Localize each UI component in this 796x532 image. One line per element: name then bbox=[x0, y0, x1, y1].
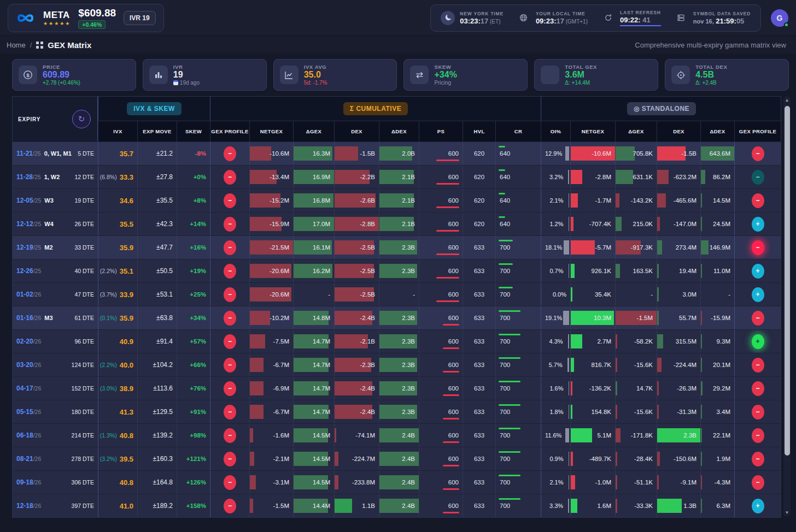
column-header--gex[interactable]: ΔGEX bbox=[293, 121, 334, 141]
gex-profile-indicator-minus[interactable]: − bbox=[224, 146, 236, 161]
gex-profile-indicator-minus[interactable]: − bbox=[752, 170, 764, 185]
gex-profile-indicator-plus[interactable]: + bbox=[752, 287, 764, 302]
cumulative-netgex-cell: -7.5M bbox=[249, 330, 293, 353]
stat-card-skew[interactable]: SKEW+34%Pricing bbox=[403, 59, 528, 91]
gex-profile-indicator-minus[interactable]: − bbox=[224, 264, 236, 279]
gex-profile-indicator-minus[interactable]: − bbox=[752, 358, 764, 373]
table-row-09-18[interactable]: 09-18/26306 DTE40.8±164.8+126%−-3.1M14.5… bbox=[13, 470, 781, 494]
cell-value: -171.8K bbox=[631, 432, 657, 439]
scroll-up-arrow[interactable]: ▲ bbox=[783, 98, 791, 103]
ivx-value: 40.9 bbox=[120, 338, 133, 346]
open-interest-bar bbox=[569, 475, 570, 489]
gex-profile-indicator-plus[interactable]: + bbox=[752, 217, 764, 232]
standalone-gex-profile-cell: − bbox=[734, 471, 781, 494]
column-header--dex[interactable]: ΔDEX bbox=[700, 121, 734, 141]
column-header-cr[interactable]: CR bbox=[495, 121, 541, 141]
stat-card-total-dex[interactable]: TOTAL DEX4.5BΔ: +2.4B bbox=[665, 59, 789, 91]
column-header-exp-move[interactable]: EXP MOVE bbox=[137, 121, 177, 141]
ivx-percentile: (3.2%) bbox=[100, 456, 117, 462]
gex-profile-indicator-minus[interactable]: − bbox=[752, 475, 764, 490]
group-cumulative[interactable]: Σ CUMULATIVE bbox=[210, 97, 541, 121]
ivx-value: 41.3 bbox=[120, 408, 133, 416]
gex-profile-indicator-minus[interactable]: − bbox=[224, 311, 236, 326]
column-header-netgex[interactable]: NETGEX bbox=[570, 121, 615, 141]
bar-negative bbox=[250, 381, 264, 395]
stat-card-total-gex[interactable]: TOTAL GEX3.6MΔ: +14.4M bbox=[534, 59, 658, 91]
scroll-down-arrow[interactable]: ▼ bbox=[783, 510, 791, 515]
column-header-hvl[interactable]: HVL bbox=[463, 121, 495, 141]
table-row-11-21[interactable]: 11-21/250, W1, M15 DTE35.7±21.2-8%−-10.6… bbox=[13, 141, 781, 165]
gex-profile-indicator-minus[interactable]: − bbox=[224, 381, 236, 396]
bar-negative bbox=[616, 358, 617, 372]
gex-profile-indicator-plus[interactable]: + bbox=[752, 264, 764, 279]
table-row-01-02[interactable]: 01-02/2647 DTE(3.7%)33.9±53.1+25%−-20.6M… bbox=[13, 282, 781, 306]
gex-profile-indicator-minus[interactable]: − bbox=[224, 499, 236, 513]
gex-profile-indicator-minus[interactable]: − bbox=[752, 452, 764, 466]
column-header-skew[interactable]: SKEW bbox=[177, 121, 210, 141]
gex-profile-indicator-minus[interactable]: − bbox=[224, 452, 236, 466]
table-row-11-28[interactable]: 11-28/251, W212 DTE(6.8%)33.3±27.8+0%−-1… bbox=[13, 165, 781, 188]
gex-profile-indicator-minus[interactable]: − bbox=[224, 193, 236, 208]
expiry-tags: 1, W2 bbox=[44, 174, 60, 180]
table-row-06-18[interactable]: 06-18/26214 DTE(1.3%)40.8±139.2+98%−-1.6… bbox=[13, 423, 781, 447]
gex-profile-indicator-minus[interactable]: − bbox=[224, 475, 236, 490]
cell-value: 2.0B bbox=[402, 150, 419, 157]
column-header-ps[interactable]: PS bbox=[419, 121, 463, 141]
gex-profile-indicator-minus[interactable]: − bbox=[224, 240, 236, 255]
table-row-04-17[interactable]: 04-17/26152 DTE(3.0%)38.9±113.6+76%−-6.9… bbox=[13, 376, 781, 400]
table-row-01-16[interactable]: 01-16/26M361 DTE(0.1%)35.9±63.8+34%−-10.… bbox=[13, 306, 781, 329]
gex-profile-indicator-minus[interactable]: − bbox=[752, 428, 764, 443]
table-row-08-21[interactable]: 08-21/26278 DTE(3.2%)39.5±160.3+121%−-2.… bbox=[13, 447, 781, 470]
table-row-03-20[interactable]: 03-20/26124 DTE(2.2%)40.0±104.2+66%−-6.7… bbox=[13, 353, 781, 376]
group-ivx-skew[interactable]: IVX & SKEW bbox=[98, 97, 210, 121]
clock-strip: NEW YORK TIME03:23:17 (ET)YOUR LOCAL TIM… bbox=[430, 4, 761, 32]
column-header-dex[interactable]: DEX bbox=[334, 121, 379, 141]
sync-refresh-button[interactable]: ↻ bbox=[72, 110, 91, 128]
standalone-dex-cell: 19.4M bbox=[657, 259, 700, 282]
table-row-12-18[interactable]: 12-18/26397 DTE41.0±189.2+158%−-1.5M14.4… bbox=[13, 494, 781, 517]
gex-profile-indicator-minus[interactable]: − bbox=[752, 405, 764, 419]
column-header-oi%[interactable]: OI% bbox=[541, 121, 570, 141]
table-row-12-05[interactable]: 12-05/25W319 DTE34.6±35.5+8%−-15.2M16.8M… bbox=[13, 188, 781, 212]
cumulative-gex-profile-cell: − bbox=[210, 400, 249, 423]
gex-profile-indicator-minus[interactable]: − bbox=[752, 240, 764, 255]
gex-profile-indicator-plus[interactable]: + bbox=[752, 334, 764, 349]
user-avatar[interactable]: G bbox=[771, 9, 788, 27]
gex-profile-indicator-minus[interactable]: − bbox=[224, 287, 236, 302]
gex-profile-indicator-minus[interactable]: − bbox=[224, 428, 236, 443]
gex-profile-indicator-minus[interactable]: − bbox=[224, 405, 236, 419]
symbol-card[interactable]: META ★★★★★ $609.88 +0.46% IVR 19 bbox=[8, 4, 164, 32]
group-standalone[interactable]: ◎ STANDALONE bbox=[541, 97, 782, 121]
gex-profile-indicator-plus[interactable]: + bbox=[752, 499, 764, 513]
gex-profile-indicator-minus[interactable]: − bbox=[224, 217, 236, 232]
stat-card-ivx-avg[interactable]: IVX AVG35.05d: -1.7% bbox=[273, 59, 397, 91]
column-header-gex-profile[interactable]: GEX PROFILE bbox=[210, 121, 249, 141]
cumulative-netgex-cell: -20.6M bbox=[249, 259, 293, 282]
column-header-ivx[interactable]: IVX bbox=[98, 121, 137, 141]
gex-profile-indicator-minus[interactable]: − bbox=[224, 334, 236, 349]
gex-profile-indicator-minus[interactable]: − bbox=[752, 146, 764, 161]
column-header-netgex[interactable]: NETGEX bbox=[249, 121, 293, 141]
column-header--dex[interactable]: ΔDEX bbox=[379, 121, 419, 141]
table-row-12-12[interactable]: 12-12/25W426 DTE35.5±42.3+14%−-15.9M17.0… bbox=[13, 212, 781, 235]
open-interest-bar bbox=[568, 334, 569, 348]
gex-profile-indicator-minus[interactable]: − bbox=[752, 311, 764, 326]
gex-profile-indicator-minus[interactable]: − bbox=[224, 170, 236, 185]
table-row-12-19[interactable]: 12-19/25M233 DTE35.9±47.7+16%−-21.5M16.1… bbox=[13, 235, 781, 259]
table-row-02-20[interactable]: 02-20/2696 DTE40.9±91.4+57%−-7.5M14.7M-2… bbox=[13, 329, 781, 353]
vertical-scrollbar[interactable]: ▲ ▼ bbox=[783, 96, 791, 517]
table-row-12-26[interactable]: 12-26/2540 DTE(2.2%)35.1±50.5+19%−-20.6M… bbox=[13, 259, 781, 282]
gex-profile-indicator-minus[interactable]: − bbox=[752, 381, 764, 396]
gex-profile-indicator-minus[interactable]: − bbox=[752, 193, 764, 208]
column-header-dex[interactable]: DEX bbox=[657, 121, 700, 141]
breadcrumb-home-link[interactable]: Home bbox=[7, 41, 26, 49]
stat-card-price[interactable]: $PRICE609.89+2.78 (+0.46%) bbox=[12, 59, 136, 91]
table-row-05-15[interactable]: 05-15/26180 DTE41.3±129.5+91%−-6.7M14.7M… bbox=[13, 400, 781, 423]
cumulative-gex-profile-cell: − bbox=[210, 353, 249, 376]
column-header-gex-profile[interactable]: GEX PROFILE bbox=[734, 121, 781, 141]
column-header--gex[interactable]: ΔGEX bbox=[615, 121, 657, 141]
scrollbar-thumb[interactable] bbox=[785, 106, 790, 456]
gex-profile-indicator-minus[interactable]: − bbox=[224, 358, 236, 373]
stat-card-ivr[interactable]: IVR1919d ago bbox=[143, 59, 267, 91]
hvl-value: 633 bbox=[474, 479, 484, 486]
